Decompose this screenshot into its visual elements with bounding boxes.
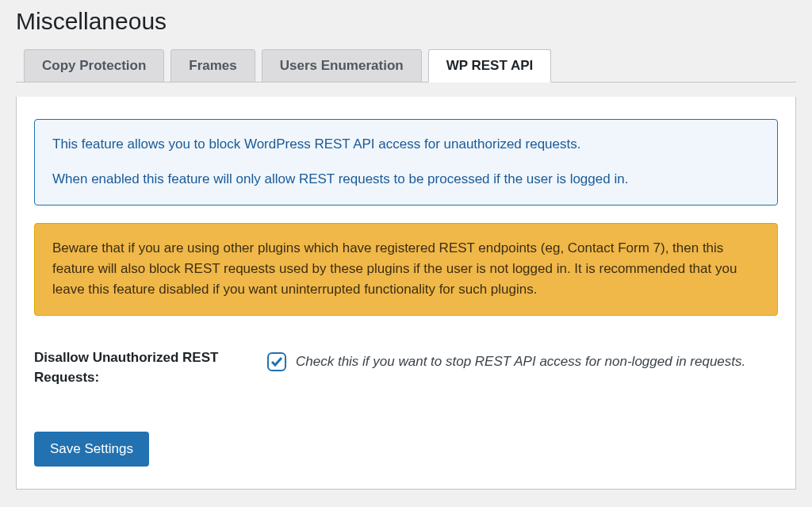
save-settings-button[interactable]: Save Settings xyxy=(34,432,149,467)
info-line-2: When enabled this feature will only allo… xyxy=(52,169,760,190)
tab-bar: Copy Protection Frames Users Enumeration… xyxy=(16,49,796,83)
settings-page: Miscellaneous Copy Protection Frames Use… xyxy=(0,0,812,505)
panel-wrapper: This feature allows you to block WordPre… xyxy=(16,97,796,490)
checkbox-description: Check this if you want to stop REST API … xyxy=(296,354,745,370)
setting-disallow-rest: Disallow Unauthorized REST Requests: Che… xyxy=(34,348,778,388)
tab-users-enumeration[interactable]: Users Enumeration xyxy=(262,49,422,83)
setting-control: Check this if you want to stop REST API … xyxy=(267,348,745,371)
tab-copy-protection[interactable]: Copy Protection xyxy=(24,49,164,83)
warning-notice: Beware that if you are using other plugi… xyxy=(34,223,778,316)
disallow-rest-checkbox[interactable] xyxy=(267,352,286,371)
info-line-1: This feature allows you to block WordPre… xyxy=(52,134,760,155)
page-title: Miscellaneous xyxy=(16,8,796,35)
setting-label: Disallow Unauthorized REST Requests: xyxy=(34,348,240,388)
tab-frames[interactable]: Frames xyxy=(170,49,255,83)
check-icon xyxy=(270,355,283,368)
tab-wp-rest-api[interactable]: WP REST API xyxy=(428,49,552,83)
panel-content: This feature allows you to block WordPre… xyxy=(17,97,795,489)
info-notice: This feature allows you to block WordPre… xyxy=(34,119,778,205)
